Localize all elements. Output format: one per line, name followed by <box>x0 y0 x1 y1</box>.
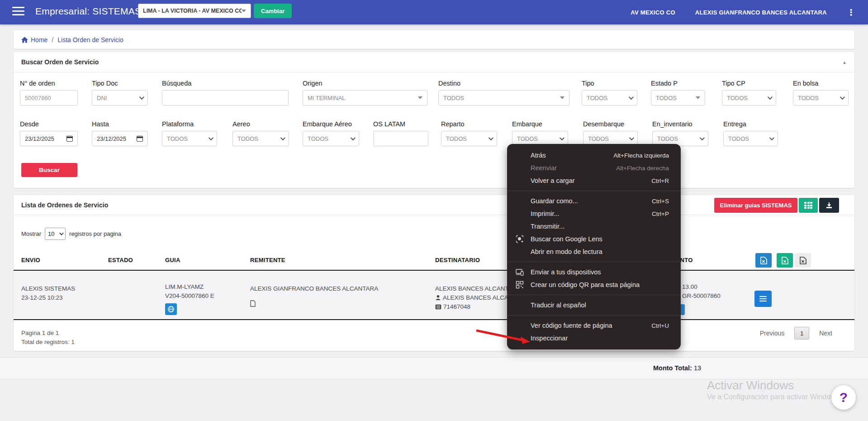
next-button[interactable]: Next <box>819 330 832 337</box>
context-menu-item-send-to-devices[interactable]: Enviar a tus dispositivos <box>507 266 681 278</box>
numero-orden-input[interactable] <box>20 90 78 105</box>
embarque-aereo-select[interactable]: TODOS <box>303 131 359 146</box>
chevron-down-icon <box>840 95 845 100</box>
context-menu-item-inspect[interactable]: Inspeccionar <box>507 332 681 344</box>
page-1-button[interactable]: 1 <box>794 327 809 340</box>
hasta-date-input[interactable]: 23/12/2025 <box>92 131 148 146</box>
chevron-down-icon <box>351 135 356 140</box>
filter-numero-orden: N° de orden <box>20 80 78 105</box>
context-menu-item-reader-mode[interactable]: Abrir en modo de lectura <box>507 245 681 258</box>
previous-button[interactable]: Previous <box>760 330 784 337</box>
table-grid-icon <box>804 202 812 209</box>
qr-code-icon <box>516 281 524 289</box>
reparto-select[interactable]: TODOS <box>441 131 497 146</box>
search-panel-header: Buscar Orden de Servicio ▲ <box>14 52 854 72</box>
chevron-down-icon <box>769 135 774 140</box>
filter-plataforma: Plataforma TODOS <box>162 120 217 146</box>
tracking-web-button[interactable] <box>165 303 177 315</box>
aereo-select[interactable]: TODOS <box>232 131 289 146</box>
kebab-menu-icon[interactable]: ⋮ <box>847 7 855 18</box>
chevron-down-icon <box>489 135 493 140</box>
change-branch-button[interactable]: Cambiar <box>254 4 292 18</box>
total-info: Total de registros: 1 <box>21 338 75 347</box>
breadcrumb-current[interactable]: Lista Orden de Servicio <box>57 36 123 43</box>
context-menu-item-cast[interactable]: Transmitir... <box>507 220 681 233</box>
menu-separator <box>507 191 681 191</box>
os-latam-input[interactable] <box>373 131 428 146</box>
eliminar-guias-button[interactable]: Eliminar guias SISTEMAS <box>714 198 797 213</box>
estado-p-select[interactable]: TODOS <box>651 90 705 105</box>
export-excel-green-button[interactable] <box>777 253 793 268</box>
filter-tipo-cp: Tipo CP TODOS <box>722 80 776 105</box>
page-info: Pagina 1 de 1 <box>21 329 75 338</box>
tipo-select[interactable]: TODOS <box>582 90 637 105</box>
navbar-user[interactable]: ALEXIS GIANFRANCO BANCES ALCANTARA <box>695 9 827 16</box>
col-destinatario[interactable]: DESTINATARIO <box>435 257 480 263</box>
navbar-location[interactable]: AV MEXICO CO <box>631 9 675 16</box>
filter-tipo-doc: Tipo Doc DNI <box>92 80 148 105</box>
calendar-icon <box>66 136 73 142</box>
plataforma-select[interactable]: TODOS <box>162 131 217 146</box>
menu-separator <box>507 295 681 295</box>
download-button[interactable] <box>819 198 839 213</box>
chevron-down-icon <box>629 95 634 100</box>
context-menu-item-create-qr[interactable]: Crear un código QR para esta página <box>507 278 681 291</box>
row-actions-button[interactable] <box>754 291 772 307</box>
export-excel-grey-button[interactable] <box>795 253 811 268</box>
origen-select[interactable]: MI TERMINAL <box>303 90 427 105</box>
buscar-button[interactable]: Buscar <box>21 163 77 177</box>
help-button[interactable]: ? <box>831 385 856 410</box>
context-menu-item-reload[interactable]: Volver a cargarCtrl+R <box>507 174 681 187</box>
hamburger-icon[interactable] <box>12 7 24 16</box>
branch-select-value: LIMA - LA VICTORIA - AV MEXICO CO <box>143 8 242 14</box>
context-menu-item-view-source[interactable]: Ver código fuente de páginaCtrl+U <box>507 319 681 332</box>
filter-en-bolsa: En bolsa TODOS <box>793 80 849 105</box>
filter-busqueda: Búsqueda <box>162 80 289 105</box>
filter-tipo: Tipo TODOS <box>582 80 637 105</box>
context-menu-item-print[interactable]: Imprimir...Ctrl+P <box>507 207 681 220</box>
destino-select[interactable]: TODOS <box>438 90 569 105</box>
pagination: Previous 1 Next <box>760 327 832 340</box>
pagination-info: Pagina 1 de 1 Total de registros: 1 <box>21 329 75 347</box>
chevron-down-icon <box>629 135 634 140</box>
orders-list-title: Lista de Ordenes de Servicio <box>21 201 108 209</box>
busqueda-input[interactable] <box>162 90 289 105</box>
orders-list-panel: Lista de Ordenes de Servicio Eliminar gu… <box>14 195 854 351</box>
context-menu-item-back[interactable]: AtrásAlt+Flecha izquierda <box>507 149 681 162</box>
col-envio[interactable]: ENVIO <box>21 257 40 263</box>
document-icon[interactable] <box>250 300 256 307</box>
tipo-cp-select[interactable]: TODOS <box>722 90 776 105</box>
filter-embarque: Embarque TODOS <box>512 120 568 146</box>
contact-card-icon <box>435 304 441 310</box>
breadcrumb-home-link[interactable]: Home <box>21 36 47 43</box>
desde-date-input[interactable]: 23/12/2025 <box>20 131 78 146</box>
total-strip: Monto Total: 13 <box>0 357 868 379</box>
menu-bars-icon <box>759 295 767 303</box>
search-panel: Buscar Orden de Servicio ▲ N° de orden T… <box>14 52 854 188</box>
context-menu-item-translate[interactable]: Traducir al español <box>507 299 681 311</box>
page-size-row: Mostrar 10 registros por pagina <box>21 228 121 240</box>
entrega-select[interactable]: TODOS <box>723 131 778 146</box>
table-view-button[interactable] <box>799 198 818 213</box>
monto-total: Monto Total: 13 <box>653 364 701 372</box>
collapse-caret-icon[interactable]: ▲ <box>842 60 847 65</box>
activate-windows-subtext: Ve a Configuración para activar Windows. <box>707 393 841 401</box>
filter-origen: Origen MI TERMINAL <box>303 80 427 105</box>
google-lens-icon <box>516 235 524 243</box>
browser-context-menu: AtrásAlt+Flecha izquierda ReenviarAlt+Fl… <box>507 144 681 349</box>
col-guia[interactable]: GUIA <box>165 257 180 263</box>
top-navbar: Empresarial: SISTEMAS LIMA - LA VICTORIA… <box>0 0 868 24</box>
col-remitente[interactable]: REMITENTE <box>250 257 285 263</box>
show-label: Mostrar <box>21 230 41 237</box>
page-size-select[interactable]: 10 <box>45 228 66 240</box>
tipo-doc-select[interactable]: DNI <box>92 90 148 105</box>
en-bolsa-select[interactable]: TODOS <box>793 90 849 105</box>
col-estado[interactable]: ESTADO <box>108 257 133 263</box>
context-menu-item-google-lens[interactable]: Buscar con Google Lens <box>507 233 681 245</box>
branch-select[interactable]: LIMA - LA VICTORIA - AV MEXICO CO <box>138 4 251 18</box>
export-excel-blue-button[interactable] <box>755 253 772 268</box>
breadcrumb: Home / Lista Orden de Servicio <box>14 30 854 49</box>
context-menu-item-save-as[interactable]: Guardar como...Ctrl+S <box>507 195 681 207</box>
table-row[interactable]: ALEXIS SISTEMAS 23-12-25 10:23 LIM.M-LYA… <box>14 271 854 320</box>
breadcrumb-separator: / <box>52 36 53 43</box>
